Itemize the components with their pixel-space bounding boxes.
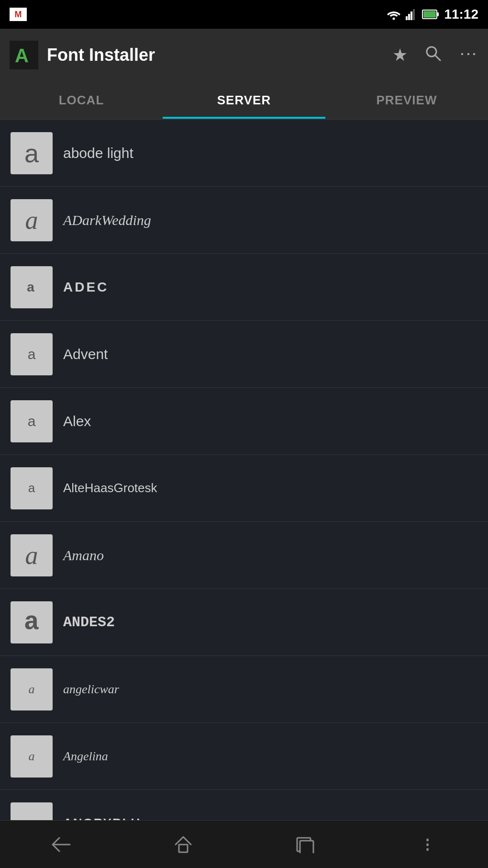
back-button[interactable] [42,825,80,864]
list-item[interactable]: aangelicwar [0,656,488,723]
font-preview-letter: a [29,749,35,764]
bottom-nav: ⋮ [0,820,488,868]
favorite-button[interactable]: ★ [392,45,408,65]
font-name: abode light [63,145,133,161]
font-preview-box: a [11,802,53,821]
font-preview-box: a [11,199,53,241]
list-item[interactable]: aAlteHaasGrotesk [0,455,488,522]
list-item[interactable]: aAngelina [0,723,488,790]
list-item[interactable]: aAdvent [0,321,488,388]
gmail-icon: M [10,8,27,21]
font-preview-box: a [11,400,53,442]
svg-rect-1 [406,16,408,20]
font-name: Amano [63,547,104,564]
font-preview-box: a [11,534,53,576]
font-preview-letter: a [28,413,36,429]
font-preview-box: a [11,735,53,778]
font-preview-letter: a [25,205,38,235]
list-item[interactable]: aabode light [0,120,488,187]
app-bar-actions: ★ ⋮ [392,45,478,65]
status-bar-right: 11:12 [387,7,478,22]
font-preview-letter: a [28,816,35,820]
font-preview-box: a [11,467,53,509]
font-preview-letter: a [28,346,36,362]
list-item[interactable]: aANDES2 [0,589,488,656]
battery-icon [422,10,439,19]
home-button[interactable] [164,825,202,864]
signal-icon [406,9,417,20]
font-preview-box: a [11,668,53,710]
font-name: Angelina [63,749,108,764]
time-display: 11:12 [444,7,478,22]
svg-rect-3 [410,11,412,20]
list-item[interactable]: aAlex [0,388,488,455]
wifi-icon [387,9,401,20]
status-bar: M 11:12 [0,0,488,29]
font-name: ANDES2 [63,614,115,631]
app-bar: A Font Installer ★ ⋮ [0,29,488,81]
svg-rect-6 [437,12,439,16]
svg-rect-14 [300,841,313,853]
font-preview-letter: a [25,541,38,570]
font-name: Alex [63,413,91,429]
list-item[interactable]: aADarkWedding [0,187,488,254]
nav-more-button[interactable]: ⋮ [408,825,446,864]
font-name: angelicwar [63,682,119,697]
svg-rect-2 [408,14,410,20]
font-preview-letter: a [24,608,39,637]
tab-bar: Local Server Preview [0,81,488,120]
font-preview-box: a [11,266,53,308]
svg-text:A: A [15,45,29,66]
tab-server[interactable]: Server [163,81,325,119]
font-preview-letter: a [29,682,35,697]
font-preview-letter: a [28,481,35,496]
font-preview-box: a [11,333,53,375]
list-item[interactable]: aANGRYBLU [0,790,488,820]
font-preview-letter: a [27,280,36,295]
svg-line-11 [435,55,440,60]
svg-point-0 [393,18,395,20]
tab-preview[interactable]: Preview [325,81,488,119]
font-preview-box: a [11,601,53,643]
font-list: aabode lightaADarkWeddingaADECaAdventaAl… [0,120,488,820]
svg-rect-12 [179,845,188,852]
tab-local[interactable]: Local [0,81,163,119]
font-name: ANGRYBLU [63,816,141,820]
more-button[interactable]: ⋮ [458,45,478,65]
font-name: AlteHaasGrotesk [63,481,157,496]
list-item[interactable]: aADEC [0,254,488,321]
font-name: ADEC [63,280,109,295]
font-preview-letter: a [24,138,39,168]
svg-rect-4 [413,9,415,20]
font-name: ADarkWedding [63,212,151,228]
list-item[interactable]: aAmano [0,522,488,589]
app-title: Font Installer [47,45,392,65]
font-preview-box: a [11,132,53,174]
search-button[interactable] [425,45,441,65]
svg-rect-7 [423,11,436,18]
recents-button[interactable] [286,825,324,864]
app-icon: A [10,41,38,69]
font-name: Advent [63,346,108,362]
